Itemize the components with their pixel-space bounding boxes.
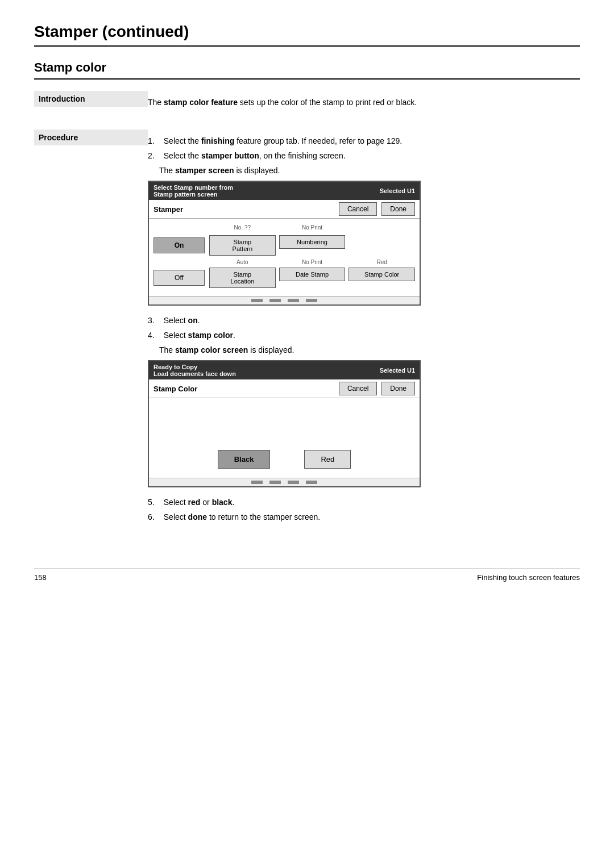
intro-bold: stamp color feature [164,98,238,107]
scroll-dot-7 [288,481,299,484]
stamp-location-btn[interactable]: Stamp Location [209,268,276,288]
date-stamp-cell: Date Stamp [279,268,346,288]
screen1-scroll [149,296,420,304]
stamp-color-body: Black Red [149,398,420,478]
footer-section-name: Finishing touch screen features [477,573,580,582]
off-button[interactable]: Off [154,270,205,286]
screen1-title-bar: Stamper Cancel Done [149,200,420,219]
screen1-cancel-btn[interactable]: Cancel [339,202,377,216]
red-label-cell: Red [349,259,415,266]
screen1-name: Stamper [154,205,334,214]
step-2-sub: The stamper screen is displayed. [148,166,580,175]
auto-label-cell: Auto [209,259,276,266]
no-label: No. ?? [209,224,276,231]
step-3-num: 3. [148,316,155,325]
step-5-bold-black: black [212,498,233,507]
step-6: 6. Select done to return to the stamper … [148,512,580,521]
footer-page-num: 158 [34,573,47,582]
step-2-num: 2. [148,151,155,160]
scroll-dot-8 [306,481,317,484]
screen2-header-right: Selected U1 [380,367,415,374]
step-5-num: 5. [148,498,155,507]
step-1-bold: finishing [201,136,234,145]
no-label-cell: No. ?? [209,224,276,232]
introduction-text: The stamp color feature sets up the colo… [148,98,580,107]
section-title: Stamp color [34,60,580,80]
no-print-label: No Print [279,224,346,231]
scroll-dot-5 [251,481,263,484]
step-4-num: 4. [148,331,155,340]
step-5-bold-red: red [188,498,201,507]
screen2-name: Stamp Color [154,385,334,393]
numbering-cell: Numbering [279,235,346,256]
red-label: Red [349,259,415,265]
intro-text-after: sets up the color of the stamp to print … [238,98,417,107]
numbering-btn[interactable]: Numbering [279,235,346,249]
step-6-bold: done [188,512,207,521]
screen1-done-btn[interactable]: Done [381,202,415,216]
black-color-btn[interactable]: Black [218,450,271,469]
red-color-btn[interactable]: Red [304,450,351,469]
step-4-bold: stamp color [188,331,233,340]
stamp-color-btn[interactable]: Stamp Color [349,268,415,281]
procedure-label: Procedure [34,130,148,145]
stamp-color-cell: Stamp Color [349,268,415,288]
step-3-bold: on [188,316,198,325]
scroll-dot-6 [269,481,281,484]
stamp-pattern-btn[interactable]: Stamp Pattern [209,235,276,256]
screen2-header-left: Ready to Copy Load documents face down [154,364,236,377]
scroll-dot-4 [306,299,317,302]
page-main-title: Stamper (continued) [34,23,580,47]
step-1: 1. Select the finishing feature group ta… [148,136,580,145]
stamp-color-screen: Ready to Copy Load documents face down S… [148,360,421,487]
scroll-dot-1 [251,299,263,302]
empty-cell [349,235,415,256]
screen1-header-right: Selected U1 [380,187,415,194]
step-2-bold: stamper button [201,151,259,160]
step-2-sub-bold: stamper screen [175,166,234,175]
screen2-done-btn[interactable]: Done [381,382,415,395]
date-stamp-btn[interactable]: Date Stamp [279,268,346,281]
scroll-dot-2 [269,299,281,302]
screen2-cancel-btn[interactable]: Cancel [339,382,377,395]
scroll-dot-3 [288,299,299,302]
stamp-pattern-cell: Stamp Pattern [209,235,276,256]
no-print2-label: No Print [279,259,346,265]
step-6-num: 6. [148,512,155,521]
screen2-title-bar: Stamp Color Cancel Done [149,379,420,398]
step-4-sub: The stamp color screen is displayed. [148,345,580,354]
step-3: 3. Select on. [148,316,580,325]
on-button[interactable]: On [154,237,205,253]
no-print2-label-cell: No Print [279,259,346,266]
step-4-sub-bold: stamp color screen [175,345,248,354]
step-5: 5. Select red or black. [148,498,580,507]
screen1-body: No. ?? No Print On [149,219,420,296]
step-4: 4. Select stamp color. [148,331,580,340]
introduction-label: Introduction [34,91,148,107]
screen1-header-left: Select Stamp number from Stamp pattern s… [154,184,233,198]
auto-label: Auto [209,259,276,265]
step-1-num: 1. [148,136,155,145]
stamper-screen: Select Stamp number from Stamp pattern s… [148,181,421,306]
screen2-header: Ready to Copy Load documents face down S… [149,361,420,379]
screen1-header: Select Stamp number from Stamp pattern s… [149,182,420,200]
no-print-label-cell: No Print [279,224,346,232]
color-btn-row: Black Red [154,450,415,469]
step-2: 2. Select the stamper button, on the fin… [148,151,580,160]
screen2-scroll [149,478,420,486]
empty-label-cell [349,224,415,232]
page-footer: 158 Finishing touch screen features [34,568,580,582]
stamp-location-cell: Stamp Location [209,268,276,288]
